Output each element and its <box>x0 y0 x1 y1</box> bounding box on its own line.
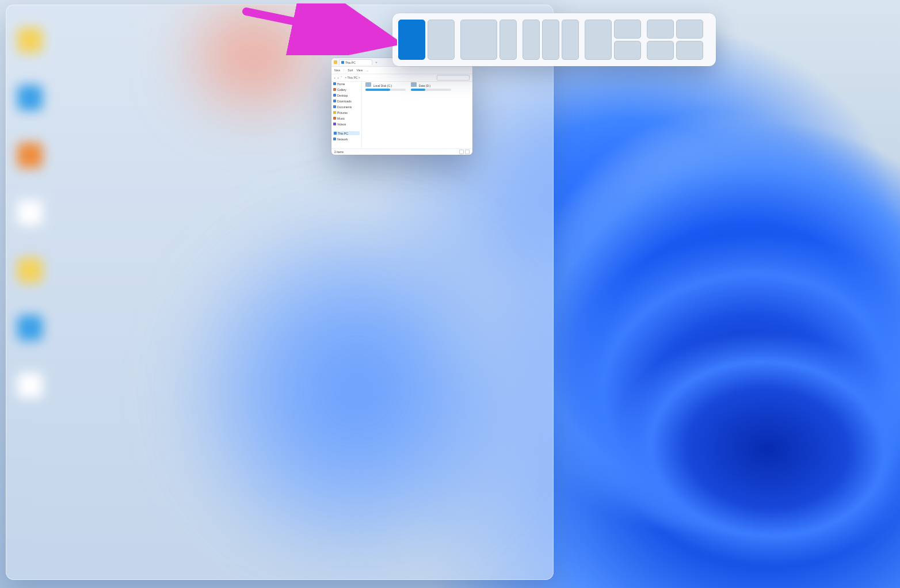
toolbar-new[interactable]: New <box>334 68 340 72</box>
explorer-command-bar: New | Sort View ... <box>331 67 472 74</box>
explorer-tab[interactable]: This PC <box>339 59 372 65</box>
snap-layouts-flyout <box>392 13 716 66</box>
toolbar-sort[interactable]: Sort <box>348 68 353 72</box>
explorer-nav-pane: Home Gallery Desktop Downloads Documents… <box>331 80 362 149</box>
nav-item[interactable]: Videos <box>333 122 360 126</box>
snap-zone-tr[interactable] <box>676 20 703 39</box>
nav-item[interactable]: Music <box>333 116 360 120</box>
snap-layout-left-plus-right-stack[interactable] <box>585 20 641 60</box>
folder-icon <box>334 60 337 64</box>
snap-layout-70-30[interactable] <box>460 20 517 60</box>
snap-zone-br[interactable] <box>676 41 703 60</box>
drive-icon <box>411 82 417 87</box>
snap-zone-left-full[interactable] <box>585 20 612 60</box>
snap-layout-three-columns[interactable] <box>523 20 579 60</box>
nav-item[interactable]: Gallery <box>333 87 360 91</box>
nav-item[interactable]: Home <box>333 82 360 86</box>
breadcrumb[interactable]: > This PC > <box>345 76 360 79</box>
drive-label: Data (D:) <box>419 84 430 87</box>
snap-zone-left[interactable] <box>398 20 425 60</box>
drive-icon <box>365 82 371 87</box>
nav-item[interactable]: Downloads <box>333 99 360 103</box>
snap-zone-right-narrow[interactable] <box>499 20 517 60</box>
new-tab-button[interactable]: + <box>374 60 379 64</box>
toolbar-more[interactable]: ... <box>366 68 368 72</box>
explorer-status-bar: 2 items <box>331 148 472 155</box>
snap-zone-right[interactable] <box>428 20 455 60</box>
snap-zone-right-top[interactable] <box>614 20 641 39</box>
view-details-button[interactable] <box>459 150 464 154</box>
snap-layout-50-50[interactable] <box>398 20 455 60</box>
dragged-window-file-explorer[interactable]: This PC + — ▢ ✕ New | Sort View ... ‹ › … <box>331 58 472 155</box>
nav-item[interactable]: Pictures <box>333 110 360 114</box>
nav-item[interactable]: Documents <box>333 105 360 109</box>
drive-item[interactable]: Data (D:) <box>411 82 451 91</box>
snap-zone-col3[interactable] <box>562 20 579 60</box>
nav-back-icon[interactable]: ‹ <box>334 76 335 79</box>
status-item-count: 2 items <box>334 150 344 154</box>
explorer-content-pane: Local Disk (C:) Data (D:) <box>362 80 472 149</box>
snap-layout-quad[interactable] <box>647 20 703 60</box>
snap-zone-bl[interactable] <box>647 41 674 60</box>
nav-item[interactable]: Desktop <box>333 93 360 97</box>
snap-zone-left-wide[interactable] <box>460 20 497 60</box>
blurred-desktop-icons <box>17 28 43 398</box>
nav-item[interactable]: Network <box>333 137 360 141</box>
drive-label: Local Disk (C:) <box>373 84 392 87</box>
snap-zone-col1[interactable] <box>523 20 540 60</box>
nav-item-this-pc[interactable]: This PC <box>333 131 360 135</box>
explorer-tab-title: This PC <box>345 61 356 64</box>
drive-item[interactable]: Local Disk (C:) <box>365 82 406 91</box>
nav-fwd-icon[interactable]: › <box>338 76 339 79</box>
view-large-icons-button[interactable] <box>465 150 470 154</box>
snap-zone-tl[interactable] <box>647 20 674 39</box>
this-pc-icon <box>341 61 344 64</box>
snap-zone-right-bottom[interactable] <box>614 41 641 60</box>
toolbar-view[interactable]: View <box>357 68 363 72</box>
snap-zone-col2[interactable] <box>542 20 559 60</box>
nav-up-icon[interactable]: ˄ <box>341 76 342 79</box>
